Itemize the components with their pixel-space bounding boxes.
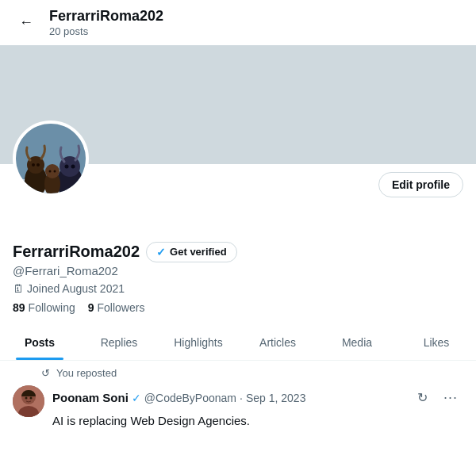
back-button[interactable]: ← bbox=[13, 9, 40, 36]
repost-text: You reposted bbox=[56, 367, 117, 379]
feed: ↺ You reposted Poonam Soni ✓ bbox=[0, 361, 476, 437]
repost-indicator: ↺ You reposted bbox=[0, 361, 476, 379]
tab-articles[interactable]: Articles bbox=[238, 325, 317, 360]
more-icon: ··· bbox=[443, 389, 458, 406]
profile-joined: 🗓 Joined August 2021 bbox=[13, 282, 463, 295]
header-post-count: 20 posts bbox=[49, 25, 163, 37]
svg-point-4 bbox=[32, 163, 35, 166]
get-verified-button[interactable]: ✓ Get verified bbox=[146, 242, 237, 262]
svg-point-5 bbox=[36, 163, 40, 166]
tweet-more-button[interactable]: ··· bbox=[438, 385, 463, 411]
followers-label: Followers bbox=[98, 301, 145, 314]
tab-replies[interactable]: Replies bbox=[79, 325, 159, 360]
svg-point-18 bbox=[30, 396, 33, 399]
tab-posts[interactable]: Posts bbox=[0, 325, 79, 360]
profile-header: ← FerrarriRoma202 20 posts bbox=[0, 0, 476, 45]
svg-point-9 bbox=[71, 164, 75, 168]
tweet-verified-icon: ✓ bbox=[132, 392, 141, 404]
profile-handle: @Ferrari_Roma202 bbox=[13, 264, 463, 277]
svg-point-8 bbox=[65, 164, 69, 168]
svg-point-12 bbox=[49, 170, 52, 172]
tab-media[interactable]: Media bbox=[317, 325, 397, 360]
back-icon: ← bbox=[19, 14, 33, 31]
tab-likes[interactable]: Likes bbox=[397, 325, 476, 360]
tweet-actions: ↻ ··· bbox=[409, 385, 463, 411]
tweet-avatar bbox=[13, 385, 44, 417]
tab-highlights[interactable]: Highlights bbox=[159, 325, 238, 360]
calendar-icon: 🗓 bbox=[13, 282, 24, 295]
joined-text: Joined August 2021 bbox=[27, 282, 125, 295]
header-username: FerrarriRoma202 bbox=[49, 8, 163, 25]
following-label: Following bbox=[29, 301, 75, 314]
following-count: 89 bbox=[13, 301, 25, 314]
refresh-icon: ↻ bbox=[417, 390, 428, 405]
tweet-body: Poonam Soni ✓ @CodeByPoonam · Sep 1, 202… bbox=[52, 385, 463, 429]
header-info: FerrarriRoma202 20 posts bbox=[49, 8, 163, 37]
tweet-handle: @CodeByPoonam bbox=[144, 392, 236, 404]
tweet-header: Poonam Soni ✓ @CodeByPoonam · Sep 1, 202… bbox=[52, 385, 463, 411]
followers-stat[interactable]: 9 Followers bbox=[88, 301, 145, 314]
tweet-dot: · bbox=[240, 392, 243, 404]
repost-icon: ↺ bbox=[41, 367, 50, 379]
profile-tabs: Posts Replies Highlights Articles Media … bbox=[0, 325, 476, 361]
profile-display-name: FerrarriRoma202 bbox=[13, 243, 140, 261]
tweet-time: Sep 1, 2023 bbox=[246, 392, 306, 404]
tweet-text: AI is replacing Web Design Agencies. bbox=[52, 412, 463, 429]
following-stat[interactable]: 89 Following bbox=[13, 301, 75, 314]
edit-profile-button[interactable]: Edit profile bbox=[378, 172, 463, 197]
profile-section: Edit profile FerrarriRoma202 ✓ Get verif… bbox=[0, 164, 476, 314]
verified-check-icon: ✓ bbox=[156, 246, 166, 258]
tweet-row: Poonam Soni ✓ @CodeByPoonam · Sep 1, 202… bbox=[0, 379, 476, 437]
followers-count: 9 bbox=[88, 301, 94, 314]
profile-stats: 89 Following 9 Followers bbox=[13, 301, 463, 314]
tweet-user-info: Poonam Soni ✓ @CodeByPoonam · Sep 1, 202… bbox=[52, 391, 305, 404]
tweet-refresh-button[interactable]: ↻ bbox=[409, 385, 435, 411]
svg-point-17 bbox=[25, 396, 28, 399]
avatar bbox=[13, 121, 89, 197]
tweet-author-name: Poonam Soni bbox=[52, 391, 129, 404]
profile-name-row: FerrarriRoma202 ✓ Get verified bbox=[13, 242, 463, 262]
get-verified-label: Get verified bbox=[170, 246, 227, 258]
svg-point-11 bbox=[45, 164, 60, 178]
svg-point-13 bbox=[54, 170, 56, 172]
